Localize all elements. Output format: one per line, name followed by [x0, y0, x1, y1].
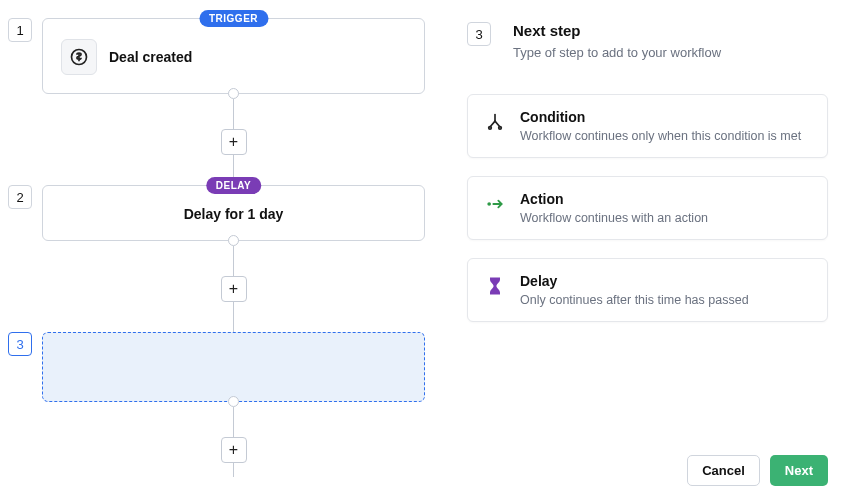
- option-desc: Workflow continues only when this condit…: [520, 129, 801, 143]
- panel-title: Next step: [513, 22, 721, 39]
- option-title: Condition: [520, 109, 801, 125]
- option-desc: Workflow continues with an action: [520, 211, 708, 225]
- connector-circle-icon: [228, 88, 239, 99]
- workflow-canvas: 1 TRIGGER Deal created + 2: [0, 0, 445, 500]
- connector-3: +: [42, 402, 425, 477]
- step-card-delay[interactable]: DELAY Delay for 1 day: [42, 185, 425, 241]
- step-title: Delay for 1 day: [184, 206, 284, 222]
- add-step-button[interactable]: +: [221, 129, 247, 155]
- panel-header: 3 Next step Type of step to add to your …: [467, 22, 828, 60]
- trigger-badge: TRIGGER: [199, 10, 268, 27]
- step-type-options: Condition Workflow continues only when t…: [467, 94, 828, 441]
- svg-point-3: [487, 202, 491, 206]
- option-delay[interactable]: Delay Only continues after this time has…: [467, 258, 828, 322]
- next-button[interactable]: Next: [770, 455, 828, 486]
- step-number-badge: 1: [8, 18, 32, 42]
- condition-icon: [484, 111, 506, 133]
- delay-icon: [484, 275, 506, 297]
- workflow-step-2[interactable]: 2 DELAY Delay for 1 day: [8, 185, 425, 241]
- panel-step-number: 3: [467, 22, 491, 46]
- panel-subtitle: Type of step to add to your workflow: [513, 45, 721, 60]
- step-card-trigger[interactable]: TRIGGER Deal created: [42, 18, 425, 94]
- workflow-step-3[interactable]: 3: [8, 332, 425, 402]
- svg-point-1: [489, 127, 492, 130]
- action-icon: [484, 193, 506, 215]
- step-card-placeholder[interactable]: [42, 332, 425, 402]
- option-title: Action: [520, 191, 708, 207]
- option-action[interactable]: Action Workflow continues with an action: [467, 176, 828, 240]
- add-step-button[interactable]: +: [221, 276, 247, 302]
- dollar-icon: [61, 39, 97, 75]
- add-step-button[interactable]: +: [221, 437, 247, 463]
- step-config-panel: 3 Next step Type of step to add to your …: [445, 0, 850, 500]
- connector-2: +: [42, 241, 425, 332]
- option-desc: Only continues after this time has passe…: [520, 293, 749, 307]
- option-condition[interactable]: Condition Workflow continues only when t…: [467, 94, 828, 158]
- step-badge-wrap: DELAY: [206, 175, 261, 194]
- delay-badge: DELAY: [206, 177, 261, 194]
- step-badge-wrap: TRIGGER: [199, 8, 268, 27]
- step-number-badge: 2: [8, 185, 32, 209]
- step-number-badge: 3: [8, 332, 32, 356]
- cancel-button[interactable]: Cancel: [687, 455, 760, 486]
- panel-footer: Cancel Next: [467, 441, 828, 500]
- option-title: Delay: [520, 273, 749, 289]
- connector-circle-icon: [228, 396, 239, 407]
- workflow-step-1[interactable]: 1 TRIGGER Deal created: [8, 18, 425, 94]
- svg-point-2: [499, 127, 502, 130]
- step-title: Deal created: [109, 49, 192, 65]
- connector-circle-icon: [228, 235, 239, 246]
- connector-1: +: [42, 94, 425, 185]
